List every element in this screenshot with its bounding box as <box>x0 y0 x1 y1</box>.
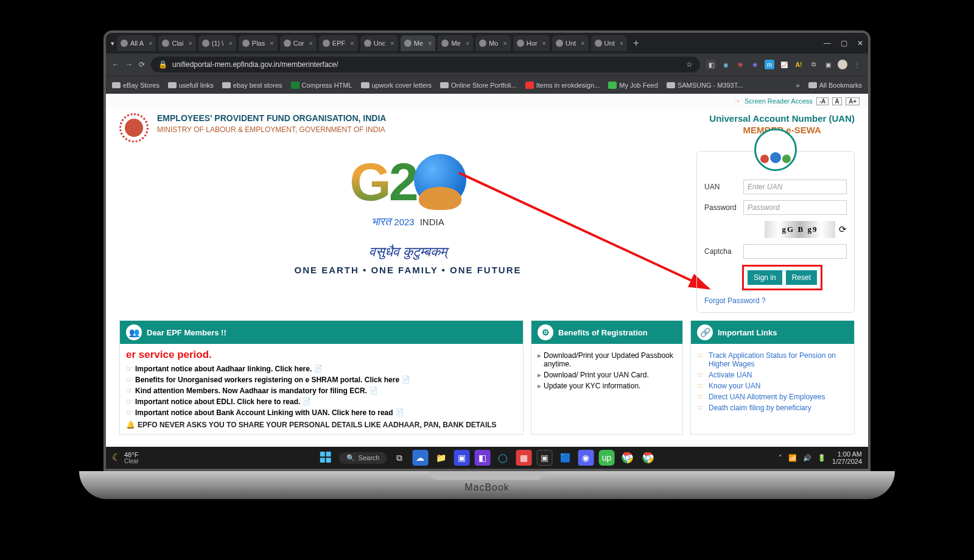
bookmark-item[interactable]: ebay best stores <box>222 82 282 89</box>
link-item[interactable]: ☞Track Application Status for Pension on… <box>697 351 848 368</box>
signin-button[interactable]: Sign in <box>748 270 782 285</box>
volume-icon[interactable]: 🔊 <box>803 454 811 462</box>
bookmark-item[interactable]: Items in erokdesign... <box>525 82 600 89</box>
ext-icon[interactable]: ◉ <box>721 60 730 69</box>
forward-icon[interactable]: → <box>125 60 133 69</box>
screen-reader-link[interactable]: Screen Reader Access <box>745 97 813 105</box>
wifi-icon[interactable]: 📶 <box>788 454 797 462</box>
notice-item[interactable]: ☞Important notice about Bank Account Lin… <box>126 408 517 417</box>
chrome-icon[interactable] <box>640 450 656 466</box>
chrome-icon[interactable] <box>619 450 635 466</box>
url-box[interactable]: 🔒 unifiedportal-mem.epfindia.gov.in/memb… <box>151 57 700 72</box>
ext-icon[interactable]: ▣ <box>823 60 833 69</box>
window-minimize-icon[interactable]: — <box>824 39 831 47</box>
window-maximize-icon[interactable]: ▢ <box>841 39 847 47</box>
bookmark-item[interactable]: Online Store Portfoli... <box>440 82 517 89</box>
link-text[interactable]: Know your UAN <box>709 382 760 390</box>
close-icon[interactable]: × <box>428 40 432 47</box>
browser-tab[interactable]: (1) \× <box>198 35 236 51</box>
taskview-icon[interactable]: ⧉ <box>391 450 407 466</box>
browser-tab[interactable]: Plas× <box>239 35 278 51</box>
app-icon[interactable]: ▦ <box>516 450 531 466</box>
close-icon[interactable]: × <box>503 40 506 47</box>
link-text[interactable]: Activate UAN <box>709 371 752 379</box>
link-text[interactable]: Death claim filing by beneficiary <box>709 404 811 412</box>
profile-icon[interactable] <box>838 60 847 69</box>
password-input[interactable] <box>743 200 847 215</box>
edge-icon[interactable]: ◯ <box>495 450 511 466</box>
reload-icon[interactable]: ⟳ <box>139 60 145 69</box>
bookmark-item[interactable]: Compress HTML <box>291 82 352 89</box>
link-item[interactable]: ☞Know your UAN <box>697 382 848 390</box>
app-icon[interactable]: ◧ <box>474 450 490 466</box>
browser-tab[interactable]: All A× <box>117 35 156 51</box>
chevron-up-icon[interactable]: ˄ <box>779 454 782 462</box>
font-reset-button[interactable]: A <box>832 97 843 105</box>
app-icon[interactable]: up <box>598 450 614 466</box>
notice-item[interactable]: ☞Important notice about Aadhaar linking.… <box>126 365 517 373</box>
browser-tab[interactable]: Mo× <box>475 35 511 51</box>
forgot-password-link[interactable]: Forgot Password ? <box>704 296 847 305</box>
ext-icon[interactable]: A! <box>794 60 804 69</box>
browser-tab[interactable]: Unc× <box>360 35 398 51</box>
close-icon[interactable]: × <box>466 40 469 47</box>
browser-tab[interactable]: Cor× <box>280 35 317 51</box>
link-item[interactable]: ☞Activate UAN <box>697 371 848 379</box>
close-icon[interactable]: × <box>581 40 584 47</box>
browser-tab[interactable]: Hor× <box>513 35 550 51</box>
bookmark-item[interactable]: upwork cover letters <box>361 82 432 89</box>
close-icon[interactable]: × <box>309 40 312 47</box>
font-increase-button[interactable]: A+ <box>846 97 860 105</box>
new-tab-button[interactable]: + <box>629 38 642 49</box>
bookmark-item[interactable]: eBay Stores <box>112 82 159 89</box>
bookmark-item[interactable]: SAMSUNG - M393T... <box>667 82 743 89</box>
bookmark-item[interactable]: My Job Feed <box>608 82 658 89</box>
star-icon[interactable]: ☆ <box>686 60 693 69</box>
browser-tab[interactable]: Me× <box>401 35 436 51</box>
skype-icon[interactable]: 🟦 <box>557 450 573 466</box>
browser-tab[interactable]: Me× <box>438 35 473 51</box>
ext-icon[interactable]: ◧ <box>706 60 716 69</box>
ext-icon[interactable]: ❀ <box>750 60 760 69</box>
window-close-icon[interactable]: ✕ <box>857 39 863 47</box>
bookmark-item[interactable]: usefull links <box>168 82 214 89</box>
app-icon[interactable]: ☁ <box>412 450 428 466</box>
bookmarks-overflow-icon[interactable]: » <box>796 82 800 89</box>
tab-dropdown-icon[interactable]: ▾ <box>111 40 114 47</box>
notice-item[interactable]: ☞Benefits for Unorganised workers regist… <box>126 376 517 384</box>
close-icon[interactable]: × <box>149 40 152 47</box>
notice-item[interactable]: ☞Kind attention Members. Now Aadhaar is … <box>126 387 517 395</box>
taskbar-search[interactable]: 🔍 Search <box>339 452 387 464</box>
ext-icon[interactable]: m <box>765 60 774 69</box>
close-icon[interactable]: × <box>620 40 623 47</box>
close-icon[interactable]: × <box>188 40 192 47</box>
ext-icon[interactable]: ❋ <box>735 60 745 69</box>
close-icon[interactable]: × <box>350 40 354 47</box>
captcha-input[interactable] <box>743 244 847 259</box>
font-decrease-button[interactable]: -A <box>816 97 829 105</box>
link-text[interactable]: Track Application Status for Pension on … <box>709 351 848 368</box>
refresh-icon[interactable]: ⟳ <box>839 224 847 235</box>
browser-tab[interactable]: Unt× <box>591 35 628 51</box>
link-item[interactable]: ☞Direct UAN Allotment by Employees <box>697 393 848 401</box>
browser-tab[interactable]: Unt× <box>552 35 589 51</box>
browser-tab[interactable]: EPF× <box>319 35 358 51</box>
app-icon[interactable]: ▣ <box>454 450 469 466</box>
reset-button[interactable]: Reset <box>786 270 817 285</box>
close-icon[interactable]: × <box>270 40 273 47</box>
uan-input[interactable] <box>743 180 847 194</box>
browser-tab[interactable]: Clai× <box>158 35 195 51</box>
all-bookmarks-button[interactable]: All Bookmarks <box>808 82 862 89</box>
app-icon[interactable]: ▣ <box>536 450 552 466</box>
ext-icon[interactable]: ⧉ <box>808 60 818 69</box>
taskbar-clock[interactable]: 1:00 AM 1/27/2024 <box>832 450 862 465</box>
link-item[interactable]: ☞Death claim filing by beneficiary <box>697 404 848 412</box>
menu-icon[interactable]: ⋮ <box>852 60 862 69</box>
explorer-icon[interactable]: 📁 <box>433 450 449 466</box>
weather-widget[interactable]: ☾ 48°F Clear <box>112 452 139 464</box>
start-icon[interactable] <box>318 450 334 466</box>
back-icon[interactable]: ← <box>112 60 119 69</box>
link-text[interactable]: Direct UAN Allotment by Employees <box>709 393 825 401</box>
close-icon[interactable]: × <box>542 40 546 47</box>
ext-icon[interactable]: 📈 <box>779 60 789 69</box>
